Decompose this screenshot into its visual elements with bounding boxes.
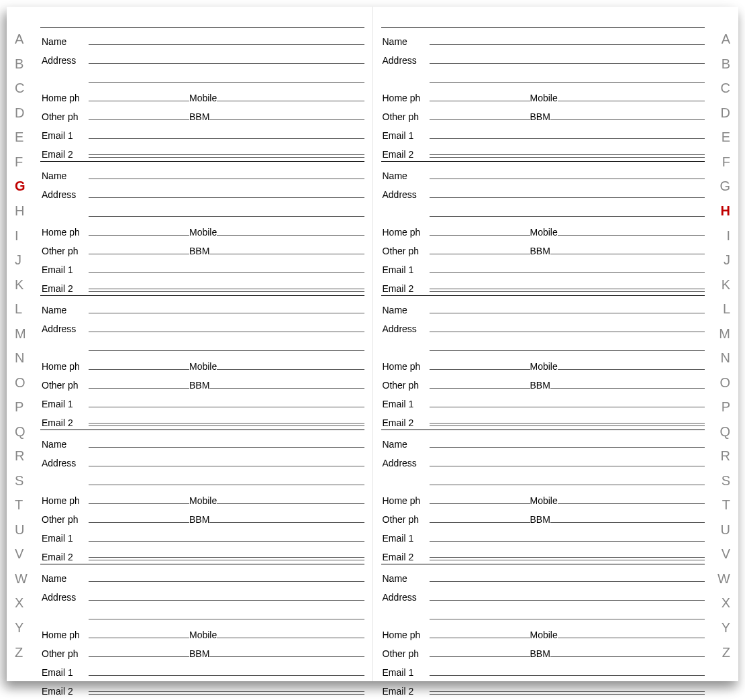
field-address-2[interactable] bbox=[430, 81, 705, 83]
field-home-ph[interactable] bbox=[89, 100, 189, 101]
field-email2[interactable] bbox=[89, 287, 364, 292]
index-letter-Y[interactable]: Y bbox=[722, 615, 730, 640]
field-other-ph[interactable] bbox=[89, 253, 189, 254]
field-name[interactable] bbox=[89, 44, 364, 45]
field-address-2[interactable] bbox=[430, 350, 705, 351]
field-other-ph[interactable] bbox=[430, 253, 530, 254]
field-mobile[interactable] bbox=[217, 100, 364, 101]
index-letter-K[interactable]: K bbox=[722, 272, 730, 297]
field-address-1[interactable] bbox=[430, 197, 705, 198]
index-letter-F[interactable]: F bbox=[722, 150, 730, 174]
index-letter-B[interactable]: B bbox=[15, 52, 23, 77]
index-letter-G[interactable]: G bbox=[719, 174, 730, 199]
index-letter-G[interactable]: G bbox=[15, 174, 26, 199]
field-email2[interactable] bbox=[89, 152, 364, 158]
field-email2[interactable] bbox=[89, 689, 364, 695]
index-letter-E[interactable]: E bbox=[15, 125, 23, 150]
field-address-1[interactable] bbox=[430, 599, 705, 601]
field-mobile[interactable] bbox=[558, 637, 705, 638]
field-other-ph[interactable] bbox=[89, 387, 189, 389]
field-address-1[interactable] bbox=[89, 465, 364, 466]
index-letter-R[interactable]: R bbox=[721, 444, 730, 468]
field-email1[interactable] bbox=[89, 138, 364, 139]
field-address-2[interactable] bbox=[430, 215, 705, 217]
index-letter-R[interactable]: R bbox=[15, 444, 24, 468]
field-home-ph[interactable] bbox=[89, 368, 189, 370]
field-name[interactable] bbox=[89, 581, 364, 582]
field-bbm[interactable] bbox=[209, 521, 364, 523]
field-bbm[interactable] bbox=[550, 387, 705, 389]
field-mobile[interactable] bbox=[558, 368, 705, 370]
field-email1[interactable] bbox=[430, 272, 705, 273]
index-letter-M[interactable]: M bbox=[15, 321, 26, 346]
field-email1[interactable] bbox=[89, 272, 364, 273]
field-address-1[interactable] bbox=[89, 62, 364, 64]
field-name[interactable] bbox=[89, 312, 364, 313]
field-other-ph[interactable] bbox=[89, 656, 189, 657]
index-letter-C[interactable]: C bbox=[721, 76, 730, 101]
index-letter-L[interactable]: L bbox=[723, 297, 730, 321]
field-name[interactable] bbox=[430, 44, 705, 45]
field-email1[interactable] bbox=[89, 674, 364, 676]
field-other-ph[interactable] bbox=[430, 119, 530, 120]
field-mobile[interactable] bbox=[217, 503, 364, 504]
field-email1[interactable] bbox=[89, 540, 364, 542]
field-bbm[interactable] bbox=[550, 656, 705, 657]
field-email2[interactable] bbox=[430, 689, 705, 695]
index-letter-Z[interactable]: Z bbox=[722, 640, 730, 664]
index-letter-W[interactable]: W bbox=[717, 566, 730, 591]
index-letter-E[interactable]: E bbox=[722, 125, 730, 150]
field-mobile[interactable] bbox=[558, 100, 705, 101]
index-letter-O[interactable]: O bbox=[15, 370, 26, 395]
field-address-2[interactable] bbox=[430, 618, 705, 619]
index-letter-F[interactable]: F bbox=[15, 150, 23, 174]
index-letter-A[interactable]: A bbox=[15, 27, 23, 52]
field-email1[interactable] bbox=[430, 406, 705, 407]
field-mobile[interactable] bbox=[217, 368, 364, 370]
index-letter-Z[interactable]: Z bbox=[15, 640, 23, 664]
field-home-ph[interactable] bbox=[89, 503, 189, 504]
index-letter-M[interactable]: M bbox=[719, 321, 730, 346]
field-home-ph[interactable] bbox=[430, 368, 530, 370]
field-home-ph[interactable] bbox=[430, 234, 530, 236]
index-letter-J[interactable]: J bbox=[724, 248, 730, 272]
field-bbm[interactable] bbox=[550, 253, 705, 254]
index-letter-H[interactable]: H bbox=[721, 199, 730, 223]
field-mobile[interactable] bbox=[217, 234, 364, 236]
field-name[interactable] bbox=[430, 312, 705, 313]
index-letter-S[interactable]: S bbox=[15, 468, 23, 493]
field-address-1[interactable] bbox=[430, 62, 705, 64]
field-home-ph[interactable] bbox=[430, 100, 530, 101]
index-letter-L[interactable]: L bbox=[15, 297, 22, 321]
index-letter-T[interactable]: T bbox=[722, 493, 730, 517]
field-other-ph[interactable] bbox=[430, 521, 530, 523]
index-letter-H[interactable]: H bbox=[15, 199, 24, 223]
index-letter-C[interactable]: C bbox=[15, 76, 24, 101]
index-letter-S[interactable]: S bbox=[722, 468, 730, 493]
field-email2[interactable] bbox=[430, 287, 705, 292]
field-address-2[interactable] bbox=[89, 215, 364, 217]
field-email1[interactable] bbox=[430, 540, 705, 542]
field-other-ph[interactable] bbox=[430, 656, 530, 657]
field-home-ph[interactable] bbox=[430, 637, 530, 638]
field-email2[interactable] bbox=[430, 421, 705, 426]
index-letter-D[interactable]: D bbox=[15, 101, 24, 126]
index-letter-W[interactable]: W bbox=[15, 566, 28, 591]
field-address-2[interactable] bbox=[89, 618, 364, 619]
field-name[interactable] bbox=[430, 446, 705, 448]
field-address-1[interactable] bbox=[430, 331, 705, 332]
index-letter-U[interactable]: U bbox=[721, 517, 730, 542]
field-mobile[interactable] bbox=[558, 503, 705, 504]
index-letter-K[interactable]: K bbox=[15, 272, 23, 297]
index-letter-X[interactable]: X bbox=[15, 591, 23, 615]
field-mobile[interactable] bbox=[558, 234, 705, 236]
index-letter-U[interactable]: U bbox=[15, 517, 24, 542]
field-email1[interactable] bbox=[430, 138, 705, 139]
index-letter-V[interactable]: V bbox=[722, 542, 730, 566]
index-letter-I[interactable]: I bbox=[15, 223, 19, 248]
field-address-1[interactable] bbox=[430, 465, 705, 466]
index-letter-O[interactable]: O bbox=[719, 370, 730, 395]
field-address-1[interactable] bbox=[89, 197, 364, 198]
field-email2[interactable] bbox=[430, 555, 705, 560]
field-address-2[interactable] bbox=[89, 81, 364, 83]
